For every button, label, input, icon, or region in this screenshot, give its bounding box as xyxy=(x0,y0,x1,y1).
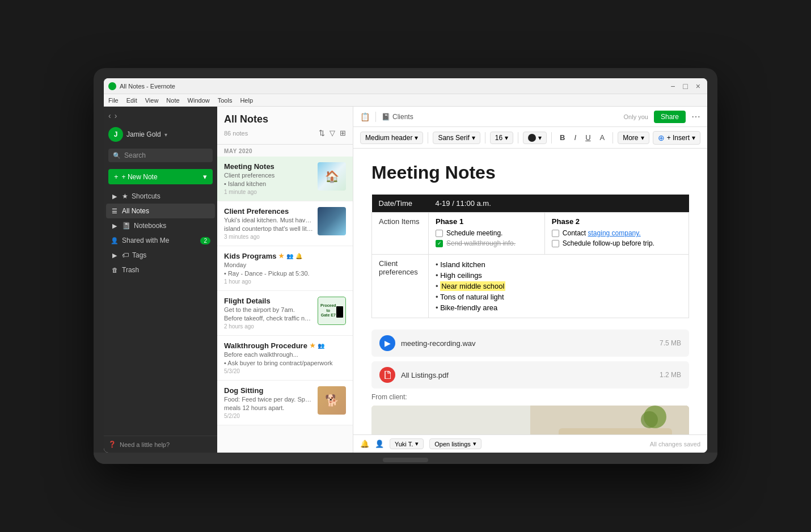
font-size-dropdown[interactable]: 16 ▾ xyxy=(490,132,513,144)
nav-back[interactable]: ‹ xyxy=(108,111,111,120)
dropdown-chevron-icon: ▾ xyxy=(641,134,644,142)
notebook-label: Clients xyxy=(392,113,413,121)
new-note-plus-icon: + xyxy=(114,172,119,181)
help-icon: ❓ xyxy=(108,441,116,448)
menu-note[interactable]: Note xyxy=(166,97,179,104)
visibility-label: Only you xyxy=(624,113,648,120)
checkbox[interactable] xyxy=(436,230,443,237)
more-label: More xyxy=(623,134,638,142)
title-bar: All Notes - Evernote − □ × xyxy=(104,78,707,94)
minimize-button[interactable]: − xyxy=(668,82,677,91)
user-row[interactable]: J Jamie Gold ▾ xyxy=(104,125,217,146)
user-dropdown[interactable]: Yuki T. ▾ xyxy=(390,438,424,449)
more-options-icon[interactable]: ⋯ xyxy=(691,111,700,122)
italic-button[interactable]: I xyxy=(571,132,580,143)
svg-rect-5 xyxy=(371,406,530,434)
note-item[interactable]: Kids Programs ★ 👥 🔔 Monday • Ray - Dance… xyxy=(217,246,353,291)
phase1-label: Phase 1 xyxy=(436,217,538,226)
share-footer-icon[interactable]: 👤 xyxy=(375,440,384,448)
font-dropdown[interactable]: Sans Serif ▾ xyxy=(433,132,480,144)
shared-icon: 👥 xyxy=(318,343,324,349)
more-dropdown[interactable]: More ▾ xyxy=(618,132,649,144)
bell-footer-icon[interactable]: 🔔 xyxy=(360,440,369,448)
note-time: 1 hour ago xyxy=(224,278,346,285)
checkbox[interactable] xyxy=(552,230,559,237)
sort-icon[interactable]: ⇅ xyxy=(319,129,325,137)
open-listings-label: Open listings xyxy=(434,441,471,447)
attachment-name: All Listings.pdf xyxy=(401,371,654,379)
note-preview-2: • Ask buyer to bring contract/paperwork xyxy=(224,360,346,366)
text-size-button[interactable]: A xyxy=(597,132,609,143)
list-item: Tons of natural light xyxy=(436,292,682,302)
user-dropdown-icon[interactable]: ▾ xyxy=(164,132,167,138)
table-header-datetime: Date/Time xyxy=(372,195,429,213)
note-preview: Food: Feed twice per day. Space xyxy=(224,396,313,403)
notes-header: All Notes 86 notes ⇅ ▽ ⊞ xyxy=(217,107,353,145)
sidebar-item-label: Tags xyxy=(132,251,146,259)
menu-help[interactable]: Help xyxy=(240,97,253,104)
note-time: 3 minutes ago xyxy=(224,234,313,240)
dropdown-chevron-icon: ▾ xyxy=(415,134,418,142)
note-time: 5/2/20 xyxy=(224,413,313,419)
close-button[interactable]: × xyxy=(694,82,703,91)
filter-icon[interactable]: ▽ xyxy=(330,129,335,137)
note-preview: Yuki's ideal kitchen. Must have an xyxy=(224,217,313,223)
menu-view[interactable]: View xyxy=(145,97,159,104)
list-item: Near middle school xyxy=(436,281,682,292)
note-thumbnail: Proceed toGate E7 xyxy=(318,297,346,325)
sidebar-item-trash[interactable]: 🗑 Trash xyxy=(106,263,215,277)
note-preview: Before each walkthrough... xyxy=(224,351,346,358)
header-format-dropdown[interactable]: Medium header ▾ xyxy=(360,132,423,144)
note-preview: Client preferences xyxy=(224,172,313,179)
note-item[interactable]: Client Preferences Yuki's ideal kitchen.… xyxy=(217,201,353,246)
menu-file[interactable]: File xyxy=(108,97,119,104)
note-preview-2: • Ray - Dance - Pickup at 5:30. xyxy=(224,270,346,277)
window-controls[interactable]: − □ × xyxy=(668,82,703,91)
menu-window[interactable]: Window xyxy=(188,97,210,104)
editor-content[interactable]: Meeting Notes Date/Time 4-19 / 11:00 a.m… xyxy=(353,149,707,434)
sidebar-item-all-notes[interactable]: ☰ All Notes xyxy=(106,204,215,218)
new-note-button[interactable]: + + New Note ▾ xyxy=(108,169,213,184)
view-icon[interactable]: ⊞ xyxy=(340,129,346,137)
underline-button[interactable]: U xyxy=(582,132,594,143)
window-title: All Notes - Evernote xyxy=(120,83,668,90)
sidebar-item-shared[interactable]: 👤 Shared with Me 2 xyxy=(106,233,215,248)
attachment-name: meeting-recording.wav xyxy=(401,339,654,348)
menu-edit[interactable]: Edit xyxy=(126,97,137,104)
sidebar-item-shortcuts[interactable]: ▶ ★ Shortcuts xyxy=(106,189,215,204)
sidebar-item-notebooks[interactable]: ▶ 📓 Notebooks xyxy=(106,218,215,233)
note-item[interactable]: Walkthrough Procedure ★ 👥 Before each wa… xyxy=(217,336,353,381)
checkbox[interactable] xyxy=(552,240,559,247)
open-listings-dropdown[interactable]: Open listings ▾ xyxy=(429,438,481,449)
svg-rect-4 xyxy=(559,428,672,434)
notes-meta: 86 notes ⇅ ▽ ⊞ xyxy=(224,129,346,137)
attachment-audio[interactable]: ▶ meeting-recording.wav 7.5 MB xyxy=(371,330,689,357)
font-label: Sans Serif xyxy=(438,134,469,142)
menu-tools[interactable]: Tools xyxy=(218,97,233,104)
dropdown-chevron-icon: ▾ xyxy=(473,440,476,447)
sidebar-item-tags[interactable]: ▶ 🏷 Tags xyxy=(106,248,215,263)
nav-forward[interactable]: › xyxy=(115,111,117,120)
attachment-pdf[interactable]: All Listings.pdf 1.2 MB xyxy=(371,361,689,389)
maximize-button[interactable]: □ xyxy=(681,82,690,91)
share-button[interactable]: Share xyxy=(654,111,686,123)
notebook-tag[interactable]: 📓 Clients xyxy=(382,113,413,121)
staging-link[interactable]: staging company. xyxy=(588,229,641,237)
audio-play-icon[interactable]: ▶ xyxy=(379,335,395,351)
note-title: Meeting Notes xyxy=(224,162,313,171)
list-item: High ceilings xyxy=(436,270,682,281)
user-name: Jamie Gold xyxy=(126,130,161,138)
bold-button[interactable]: B xyxy=(556,132,568,143)
help-button[interactable]: ❓ Need a little help? xyxy=(108,441,213,448)
new-note-label: + New Note xyxy=(122,173,158,181)
note-time: 1 minute ago xyxy=(224,189,313,195)
note-item[interactable]: Meeting Notes Client preferences • Islan… xyxy=(217,157,353,201)
checkbox[interactable]: ✓ xyxy=(436,240,443,247)
table-cell-label: Action Items xyxy=(372,213,429,255)
note-item[interactable]: Flight Details Get to the airport by 7am… xyxy=(217,291,353,336)
new-note-dropdown-icon[interactable]: ▾ xyxy=(203,172,207,181)
color-dropdown[interactable]: ▾ xyxy=(523,132,547,144)
note-item[interactable]: Dog Sitting Food: Feed twice per day. Sp… xyxy=(217,381,353,425)
insert-button[interactable]: ⊕ + Insert ▾ xyxy=(653,131,700,145)
search-box[interactable]: 🔍 Search xyxy=(108,149,213,162)
